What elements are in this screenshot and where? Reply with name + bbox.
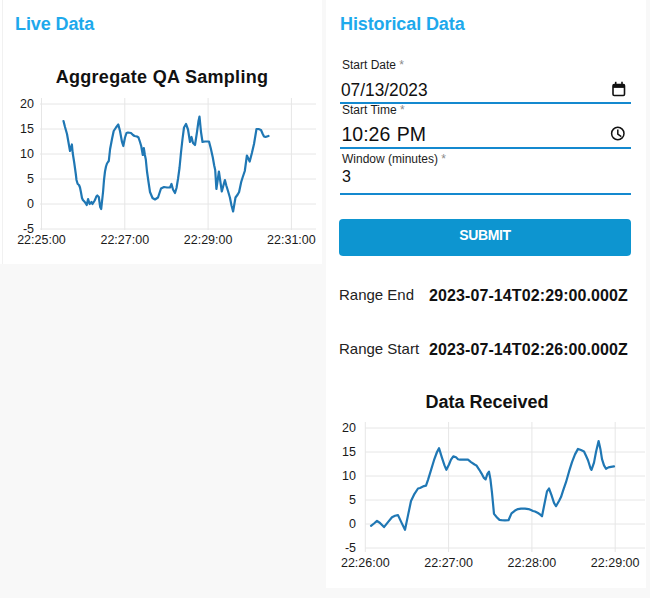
svg-text:10: 10 — [342, 469, 356, 483]
svg-text:22:28:00: 22:28:00 — [508, 556, 557, 570]
svg-text:10: 10 — [20, 147, 34, 161]
svg-text:5: 5 — [349, 493, 356, 507]
svg-text:22:31:00: 22:31:00 — [267, 233, 316, 247]
svg-text:22:29:00: 22:29:00 — [591, 556, 640, 570]
svg-text:22:25:00: 22:25:00 — [17, 233, 66, 247]
svg-text:-5: -5 — [345, 541, 356, 555]
svg-text:15: 15 — [342, 445, 356, 459]
svg-text:20: 20 — [20, 97, 34, 111]
svg-text:5: 5 — [27, 172, 34, 186]
svg-text:0: 0 — [27, 197, 34, 211]
svg-text:0: 0 — [349, 517, 356, 531]
svg-text:22:27:00: 22:27:00 — [424, 556, 473, 570]
svg-text:22:29:00: 22:29:00 — [184, 233, 233, 247]
svg-text:Data Received: Data Received — [425, 392, 548, 412]
svg-text:22:26:00: 22:26:00 — [341, 556, 390, 570]
svg-text:Aggregate QA Sampling: Aggregate QA Sampling — [56, 67, 269, 87]
svg-text:15: 15 — [20, 122, 34, 136]
svg-text:20: 20 — [342, 421, 356, 435]
svg-text:22:27:00: 22:27:00 — [100, 233, 149, 247]
